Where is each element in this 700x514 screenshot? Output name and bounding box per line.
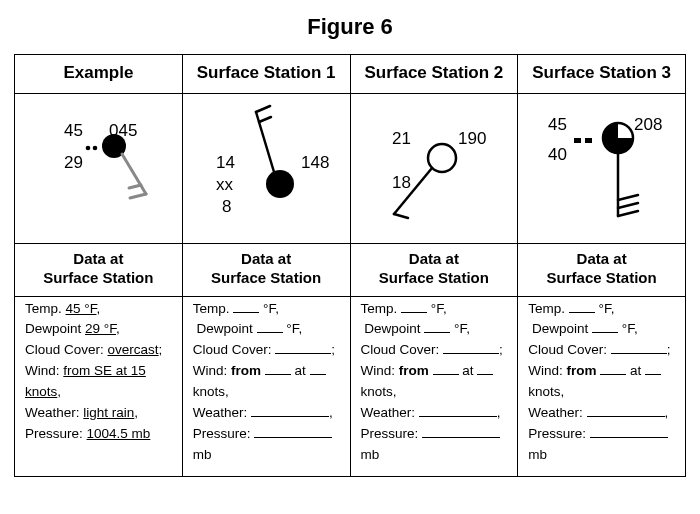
blank-cloud[interactable] [275,342,331,354]
data-station2: Temp. °F, Dewpoint °F, Cloud Cover: ; Wi… [350,296,518,476]
blank-temp[interactable] [569,300,595,312]
blank-cloud[interactable] [611,342,667,354]
svg-text:21: 21 [392,129,411,148]
col-header-station3: Surface Station 3 [518,55,686,94]
figure-title: Figure 6 [14,14,686,40]
blank-wind-spd[interactable] [645,363,661,375]
station-table: Example Surface Station 1 Surface Statio… [14,54,686,477]
blank-wind-spd[interactable] [310,363,326,375]
blank-weather[interactable] [587,405,665,417]
svg-point-12 [266,170,294,198]
blank-temp[interactable] [401,300,427,312]
svg-line-22 [394,214,408,218]
svg-text:29: 29 [64,153,83,172]
svg-line-33 [618,195,638,200]
blank-wind-dir[interactable] [265,363,291,375]
svg-rect-26 [574,138,581,143]
svg-text:45: 45 [64,121,83,140]
svg-text:14: 14 [216,153,235,172]
data-station1: Temp. °F, Dewpoint °F, Cloud Cover: ; Wi… [182,296,350,476]
svg-line-8 [129,185,141,188]
svg-text:18: 18 [392,173,411,192]
svg-line-10 [256,106,270,112]
subhead-station2: Data atSurface Station [350,244,518,297]
svg-line-31 [618,211,638,216]
subhead-station3: Data atSurface Station [518,244,686,297]
col-header-example: Example [15,55,183,94]
svg-line-11 [259,117,271,122]
blank-pressure[interactable] [254,426,332,438]
blank-temp[interactable] [233,300,259,312]
blank-pressure[interactable] [590,426,668,438]
blank-dewpoint[interactable] [257,321,283,333]
subhead-example: Data atSurface Station [15,244,183,297]
svg-point-3 [86,146,91,151]
blank-cloud[interactable] [443,342,499,354]
svg-text:208: 208 [634,115,662,134]
svg-text:xx: xx [216,175,234,194]
svg-line-32 [618,203,638,208]
blank-wind-dir[interactable] [433,363,459,375]
data-example: Temp. 45 °F, Dewpoint 29 °F, Cloud Cover… [15,296,183,476]
svg-text:148: 148 [301,153,329,172]
blank-weather[interactable] [251,405,329,417]
blank-weather[interactable] [419,405,497,417]
station-model-2: 21 190 18 [354,98,514,238]
blank-pressure[interactable] [422,426,500,438]
station-model-1: 14 xx 8 148 [186,98,346,238]
svg-line-7 [130,194,146,198]
svg-text:40: 40 [548,145,567,164]
svg-rect-27 [585,138,592,143]
station-model-3: 45 208 40 [522,98,682,238]
station-model-example: 45 045 29 [18,98,178,238]
svg-point-4 [93,146,98,151]
col-header-station1: Surface Station 1 [182,55,350,94]
blank-wind-spd[interactable] [477,363,493,375]
col-header-station2: Surface Station 2 [350,55,518,94]
subhead-station1: Data atSurface Station [182,244,350,297]
svg-text:190: 190 [458,129,486,148]
svg-text:8: 8 [222,197,231,216]
blank-dewpoint[interactable] [424,321,450,333]
svg-text:45: 45 [548,115,567,134]
blank-wind-dir[interactable] [600,363,626,375]
data-station3: Temp. °F, Dewpoint °F, Cloud Cover: ; Wi… [518,296,686,476]
blank-dewpoint[interactable] [592,321,618,333]
